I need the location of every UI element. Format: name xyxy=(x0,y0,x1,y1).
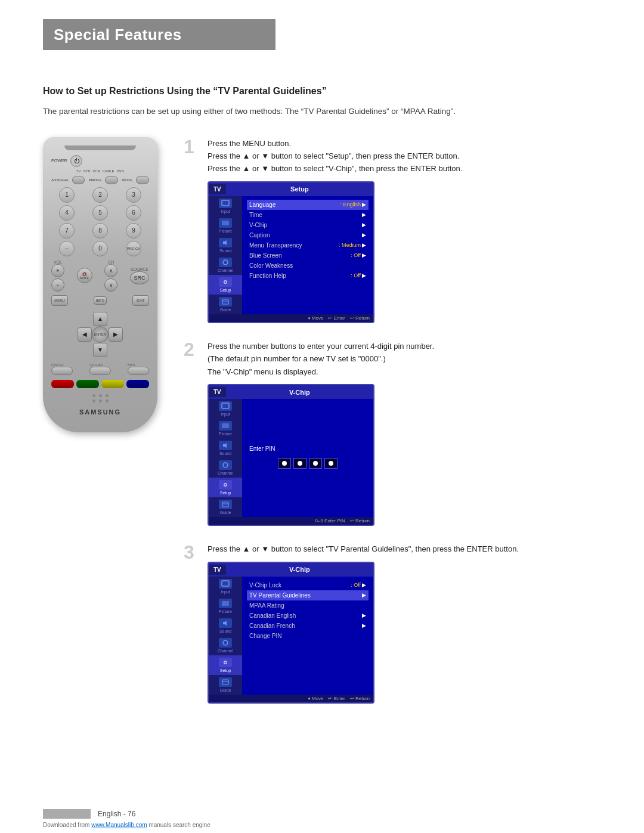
tv-sidebar-1: Input Picture Sound xyxy=(209,196,242,314)
menu-title-3: V-Chip xyxy=(226,566,373,573)
tv-label-2: TV xyxy=(209,387,226,397)
vol-down-button[interactable]: − xyxy=(51,278,64,292)
num-2-button[interactable]: 2 xyxy=(92,187,108,203)
sidebar-sound-1: Sound xyxy=(209,236,242,255)
enter-button[interactable]: ENTER xyxy=(92,326,109,343)
dash-button[interactable]: – xyxy=(59,241,75,256)
brand-label: SAMSUNG xyxy=(51,408,149,416)
color-buttons xyxy=(51,380,149,388)
num-1-button[interactable]: 1 xyxy=(59,187,75,203)
green-button[interactable] xyxy=(76,380,99,388)
info-button[interactable]: INFO xyxy=(94,296,107,305)
sidebar-sound-2: Sound xyxy=(209,438,242,458)
step-2: 2 Press the number buttons to enter your… xyxy=(184,340,601,526)
sidebar-guide-2: Guide xyxy=(209,497,242,517)
mode-button[interactable] xyxy=(136,176,149,184)
sidebar-picture-2: Picture xyxy=(209,419,242,438)
pin-box-1 xyxy=(278,458,291,469)
menu-item-mpaa: MPAA Rating xyxy=(247,600,369,611)
yellow-button[interactable] xyxy=(101,380,124,388)
step-1-text: Press the MENU button. Press the ▲ or ▼ … xyxy=(208,137,601,175)
header-bar: Special Features xyxy=(43,19,275,50)
antenna-button[interactable] xyxy=(72,176,85,184)
tv-footer-1: ♦ Move ↵ Enter ↩ Return xyxy=(209,314,373,322)
tv-sidebar-3: Input Picture Sound xyxy=(209,577,242,695)
step-3-text: Press the ▲ or ▼ button to select "TV Pa… xyxy=(208,543,601,555)
num-9-button[interactable]: 9 xyxy=(126,223,141,239)
power-button[interactable]: ⏻ xyxy=(70,155,82,167)
ch-down-button[interactable]: ∨ xyxy=(104,278,117,292)
sidebar-input-1: Input xyxy=(209,196,242,216)
ch-up-button[interactable]: ∧ xyxy=(104,264,117,277)
pin-box-4 xyxy=(324,458,338,469)
prech-button[interactable]: PRE-CH xyxy=(126,241,141,256)
nav-up-button[interactable]: ▲ xyxy=(93,312,107,326)
manualslib-link[interactable]: www.Manualslib.com xyxy=(91,822,147,828)
svg-rect-14 xyxy=(222,581,229,586)
tv-label-3: TV xyxy=(209,565,226,575)
tv-screen-2: TV V-Chip Input Pict xyxy=(208,384,374,526)
red-button[interactable] xyxy=(51,380,74,388)
sidebar-input-2: Input xyxy=(209,399,242,419)
vol-up-button[interactable]: + xyxy=(51,264,64,277)
sidebar-sound-3: Sound xyxy=(209,616,242,636)
menu-item-canadian-french: Canadian French ▶ xyxy=(247,621,369,631)
mute-button[interactable]: 🔇 MUTE xyxy=(77,268,92,283)
svg-rect-12 xyxy=(222,502,228,507)
svg-point-4 xyxy=(225,281,227,283)
ch-list-button[interactable] xyxy=(89,367,111,375)
svg-point-11 xyxy=(225,484,227,486)
svg-rect-8 xyxy=(222,423,229,428)
source-button[interactable]: SRC xyxy=(130,271,149,284)
menu-item-transparency: Menu Transparency : Medium ▶ xyxy=(247,240,369,250)
remote-decorative-dots xyxy=(51,394,149,402)
svg-rect-7 xyxy=(222,403,229,408)
menu-item-time: Time ▶ xyxy=(247,210,369,220)
menu-item-caption: Caption ▶ xyxy=(247,230,369,240)
mts-button[interactable] xyxy=(128,367,149,375)
tv-screen-3: TV V-Chip Input Pict xyxy=(208,562,374,704)
pmode-button[interactable] xyxy=(105,176,118,184)
pin-box-3 xyxy=(309,458,322,469)
nav-cross: ▲ ▼ ◀ ▶ ENTER xyxy=(51,311,149,358)
menu-button[interactable]: MENU xyxy=(51,295,68,306)
footer-page-text: English - 76 xyxy=(98,810,135,818)
tv-screen-1: TV Setup Input Pictu xyxy=(208,181,374,323)
menu-item-bluescreen: Blue Screen : Off ▶ xyxy=(247,250,369,261)
num-7-button[interactable]: 7 xyxy=(59,223,75,239)
footer-download: Downloaded from www.Manualslib.com manua… xyxy=(43,822,210,828)
step-1: 1 Press the MENU button. Press the ▲ or … xyxy=(184,137,601,323)
footer-gray-bar xyxy=(43,809,91,819)
steps-area: 1 Press the MENU button. Press the ▲ or … xyxy=(184,137,601,720)
ch-list-label: CH.LIST xyxy=(89,363,111,367)
exit-button[interactable]: EXIT xyxy=(132,295,149,306)
num-3-button[interactable]: 3 xyxy=(126,187,141,203)
num-5-button[interactable]: 5 xyxy=(92,205,108,221)
num-0-button[interactable]: 0 xyxy=(92,241,108,256)
fav-ch-button[interactable] xyxy=(51,367,73,375)
enter-pin-label: Enter PIN xyxy=(247,443,277,453)
mts-label: MTS xyxy=(128,363,149,367)
tv-footer-3: ♦ Move ↵ Enter ↩ Return xyxy=(209,695,373,702)
power-label: POWER xyxy=(51,159,67,163)
download-text: Downloaded from xyxy=(43,822,91,828)
section-title: How to Set up Restrictions Using the “TV… xyxy=(43,86,327,96)
vol-label: VOL xyxy=(51,260,64,264)
sidebar-picture-1: Picture xyxy=(209,216,242,236)
svg-rect-1 xyxy=(222,221,229,225)
menu-item-colorweakness: Color Weakness xyxy=(247,261,369,271)
num-4-button[interactable]: 4 xyxy=(59,205,75,221)
step-3: 3 Press the ▲ or ▼ button to select "TV … xyxy=(184,543,601,703)
nav-right-button[interactable]: ▶ xyxy=(109,327,123,342)
tv-label-1: TV xyxy=(209,184,226,194)
nav-down-button[interactable]: ▼ xyxy=(93,343,107,357)
source-button-label: SOURCE xyxy=(130,267,149,271)
page-footer: English - 76 xyxy=(0,809,644,819)
tv-main-panel-3: V-Chip Lock : Off ▶ TV Parental Guidelin… xyxy=(242,577,373,695)
num-6-button[interactable]: 6 xyxy=(126,205,141,221)
svg-rect-15 xyxy=(222,601,229,606)
blue-button[interactable] xyxy=(126,380,149,388)
source-labels: TVSTBVCRCABLEDVD xyxy=(51,169,149,173)
nav-left-button[interactable]: ◀ xyxy=(78,327,92,342)
num-8-button[interactable]: 8 xyxy=(92,223,108,239)
